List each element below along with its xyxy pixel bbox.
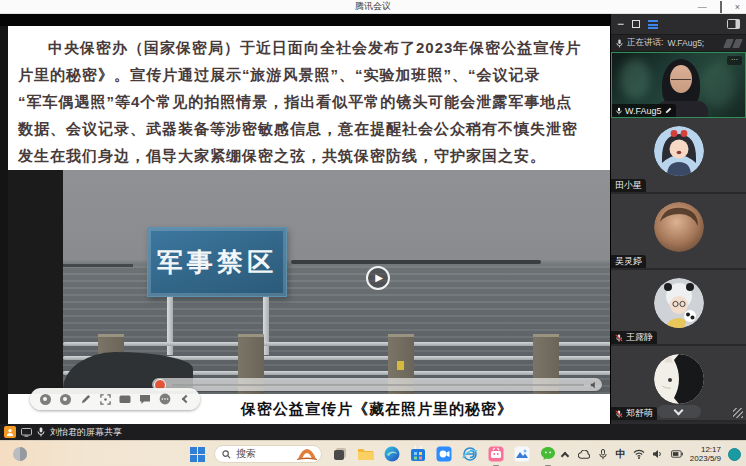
chat-bubble-icon[interactable]	[139, 393, 151, 405]
mouse-icon[interactable]	[40, 394, 51, 405]
speaking-prefix: 正在讲话:	[627, 37, 663, 49]
wifi-icon[interactable]	[633, 448, 645, 460]
select-frame-icon[interactable]	[99, 393, 111, 405]
avatar-cartoon-girl	[654, 126, 704, 176]
sign-text: 军事禁区	[157, 245, 277, 280]
sidebar-stop-icon[interactable]	[632, 20, 640, 28]
speaker-name-label: W.FAug5	[625, 106, 662, 116]
sign-post	[167, 297, 173, 355]
search-box[interactable]: 搜索	[214, 445, 322, 463]
progress-track[interactable]	[172, 384, 584, 386]
sidebar-resize-handle[interactable]	[733, 408, 743, 418]
mic-icon	[37, 427, 45, 437]
mic-on-icon	[616, 107, 622, 115]
play-button[interactable]: ▶	[366, 266, 390, 290]
collapse-toolbar-icon[interactable]	[179, 393, 191, 405]
mic-muted-icon	[615, 410, 623, 418]
participant-tile[interactable]: 田小星	[611, 118, 746, 194]
video-caption: 保密公益宣传片《藏在照片里的秘密》	[241, 400, 513, 419]
start-button[interactable]	[190, 447, 205, 462]
task-view-icon[interactable]	[331, 446, 348, 463]
collapse-participants-button[interactable]	[657, 405, 701, 418]
participant-tile[interactable]: 郑舒萌	[611, 346, 746, 422]
pink-video-app-icon[interactable]	[487, 446, 504, 463]
annotation-toolbar	[30, 388, 200, 410]
input-method-indicator[interactable]: 中	[616, 447, 626, 461]
share-info-bar: 刘怡君的屏幕共享	[0, 424, 746, 440]
docs-app-icon[interactable]	[513, 446, 530, 463]
speaking-name: W.FAug5;	[667, 38, 704, 48]
meeting-area: 中央保密办（国家保密局）于近日面向全社会发布了2023年保密公益宣传片 片里的秘…	[0, 14, 746, 440]
notification-badge[interactable]	[728, 448, 741, 461]
more-tools-icon[interactable]	[159, 393, 171, 405]
clock[interactable]: 12:17 2023/5/9	[690, 445, 721, 463]
pen-icon[interactable]	[79, 393, 91, 405]
participants-sidebar: − 正在讲话: W.FAug5; ···	[610, 14, 746, 424]
screen-share-icon	[21, 428, 32, 437]
ie-icon[interactable]	[461, 446, 478, 463]
share-info-label: 刘怡君的屏幕共享	[50, 426, 122, 439]
window-titlebar: 腾讯会议 — ×	[0, 0, 746, 14]
widgets-icon[interactable]	[12, 446, 28, 462]
tray-mic-icon[interactable]	[597, 448, 609, 460]
speaking-mic-icon	[616, 39, 623, 48]
date: 2023/5/9	[690, 454, 721, 463]
speaking-status-bar: 正在讲话: W.FAug5;	[611, 34, 746, 52]
green-chat-app-icon[interactable]	[539, 446, 556, 463]
breakwater-left	[63, 264, 133, 267]
breakwater	[291, 260, 541, 264]
minimize-icon[interactable]: —	[698, 0, 707, 14]
warning-sticker	[397, 361, 404, 370]
participant-name: 郑舒萌	[626, 407, 653, 420]
video-progress-bar[interactable]	[152, 378, 602, 391]
sidebar-minimize-icon[interactable]: −	[617, 14, 624, 34]
laser-pointer-icon[interactable]	[60, 394, 71, 405]
search-highlight-image[interactable]	[296, 447, 318, 461]
edge-icon[interactable]	[383, 446, 400, 463]
participant-name: 吴灵婷	[615, 255, 642, 268]
tray-expand-icon[interactable]	[559, 448, 571, 460]
avatar-cat	[654, 354, 704, 404]
tile-more-icon[interactable]: ···	[727, 56, 742, 65]
speaker-icon[interactable]	[652, 448, 664, 460]
window-title: 腾讯会议	[355, 0, 391, 13]
active-speaker-video[interactable]: ··· W.FAug5	[611, 52, 746, 118]
list-view-icon[interactable]	[648, 20, 658, 29]
participant-tile[interactable]: 王露静	[611, 270, 746, 346]
windows-taskbar: 搜索	[0, 440, 746, 466]
onedrive-cloud-icon[interactable]	[578, 448, 590, 460]
edit-pen-icon[interactable]	[665, 107, 672, 114]
video-background	[620, 59, 650, 99]
maximize-icon[interactable]	[720, 1, 722, 13]
close-icon[interactable]: ×	[735, 0, 740, 14]
meeting-app-icon[interactable]	[435, 446, 452, 463]
participant-name: 王露静	[626, 331, 653, 344]
sidebar-header: −	[611, 14, 746, 34]
time: 12:17	[690, 445, 721, 454]
avatar-photo-woman	[654, 202, 704, 252]
watermark-icon	[725, 39, 741, 48]
chevron-down-icon	[674, 405, 684, 415]
play-icon: ▶	[375, 273, 383, 283]
search-icon	[222, 450, 231, 459]
battery-icon[interactable]	[671, 448, 683, 460]
store-icon[interactable]	[409, 446, 426, 463]
presenter-icon	[4, 426, 16, 438]
search-placeholder: 搜索	[236, 447, 291, 461]
military-zone-sign: 军事禁区	[147, 227, 287, 297]
speaker-figure	[671, 75, 691, 80]
avatar-panda-hat	[654, 278, 704, 328]
file-explorer-icon[interactable]	[357, 446, 374, 463]
layout-toggle-icon[interactable]	[727, 19, 740, 29]
mic-muted-icon	[615, 334, 623, 342]
camera-icon[interactable]	[119, 393, 131, 405]
participant-tile[interactable]: 吴灵婷	[611, 194, 746, 270]
video-background	[701, 63, 735, 107]
participant-name: 田小星	[615, 179, 642, 192]
volume-icon[interactable]	[590, 381, 598, 389]
